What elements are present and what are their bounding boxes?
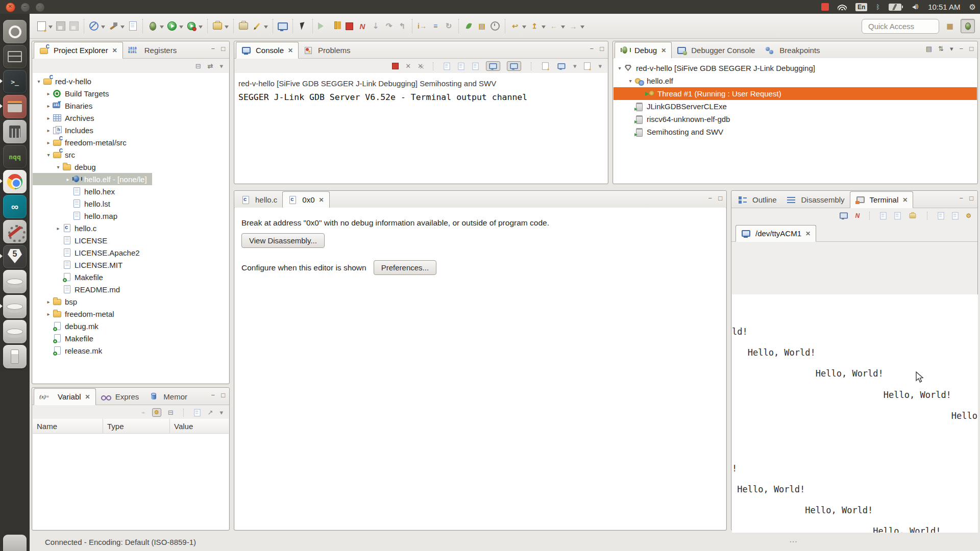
window-maximize-button[interactable] xyxy=(35,3,45,12)
next-annotation-button[interactable]: ↥ xyxy=(528,20,541,32)
tree-row[interactable]: hello.hex xyxy=(33,185,229,197)
minimize-view-icon[interactable]: − xyxy=(708,194,713,202)
terminate-icon[interactable] xyxy=(392,63,399,69)
step-return-button[interactable]: ↰ xyxy=(396,20,408,32)
restart-button[interactable]: N xyxy=(356,20,369,32)
open-log-icon[interactable] xyxy=(541,61,550,71)
battery-icon[interactable] xyxy=(889,4,901,11)
window-close-button[interactable] xyxy=(6,3,15,12)
volume-icon[interactable] xyxy=(910,4,919,11)
tree-row[interactable]: ▸ freedom-metal xyxy=(33,308,229,320)
skip-breakpoints-dropdown-icon[interactable] xyxy=(101,26,105,31)
launcher-item-terminal[interactable]: >_ xyxy=(3,70,27,93)
tree-row[interactable]: ▸ hello.elf - [none/le] xyxy=(33,173,152,185)
tree-row[interactable]: LICENSE.Apache2 xyxy=(33,246,229,259)
minimize-view-icon[interactable]: − xyxy=(960,194,964,202)
tab-debug[interactable]: Debug ✕ xyxy=(615,42,672,59)
close-icon[interactable]: ✕ xyxy=(112,47,117,54)
tab-dev-ttyacm1[interactable]: /dev/ttyACM1 ✕ xyxy=(736,225,816,242)
tab-disassembly[interactable]: Disassembly xyxy=(782,192,850,208)
disconnect-icon[interactable]: ⚙ xyxy=(966,212,971,219)
clock[interactable]: 10:51 AM xyxy=(928,3,960,11)
maximize-view-icon[interactable]: □ xyxy=(969,45,973,53)
show-console-on-output-icon[interactable] xyxy=(486,61,500,71)
tree-row[interactable]: README.md xyxy=(33,283,229,295)
suspend-button[interactable] xyxy=(330,20,342,32)
tree-row[interactable]: ▸ Archives xyxy=(33,112,229,124)
tree-row[interactable]: hello.map xyxy=(33,210,229,222)
quick-access-input[interactable]: Quick Access xyxy=(862,19,939,34)
instruction-stepping-button[interactable]: i→ xyxy=(416,20,428,32)
word-wrap-icon[interactable] xyxy=(472,62,479,71)
tab-problems[interactable]: Problems xyxy=(299,42,355,58)
external-tools-button[interactable] xyxy=(211,20,224,32)
history-button[interactable] xyxy=(489,20,501,32)
build-all-button[interactable] xyxy=(127,20,139,32)
save-button[interactable] xyxy=(55,20,67,32)
launcher-item-disk-3[interactable] xyxy=(3,320,27,343)
launcher-item-notepadqq[interactable]: nqq xyxy=(3,145,27,168)
launcher-item-build-tools[interactable] xyxy=(3,220,27,243)
launcher-item-ubuntu-dash[interactable] xyxy=(3,20,27,43)
annotation-dropdown-icon[interactable] xyxy=(542,26,546,31)
minimize-view-icon[interactable]: − xyxy=(211,45,215,53)
run-button[interactable] xyxy=(166,20,178,32)
tree-row[interactable]: Makefile xyxy=(33,271,229,283)
open-console-dropdown-icon[interactable]: ▾ xyxy=(598,62,602,70)
search-button[interactable] xyxy=(251,20,263,32)
launcher-item-usb-drive[interactable] xyxy=(3,345,27,368)
step-into-button[interactable]: ⇣ xyxy=(370,20,382,32)
show-type-names-icon[interactable]: ⌁ xyxy=(141,409,145,416)
launcher-item-trash[interactable] xyxy=(3,535,27,551)
tab-memory[interactable]: Memor xyxy=(144,389,192,405)
launcher-item-arduino[interactable]: ∞ xyxy=(3,195,27,218)
launcher-item-chrome[interactable] xyxy=(3,170,27,193)
close-icon[interactable]: ✕ xyxy=(288,47,293,54)
copy-icon[interactable] xyxy=(879,211,887,220)
scroll-lock-icon[interactable]: N xyxy=(855,212,860,219)
debug-button[interactable] xyxy=(146,20,159,32)
launcher-item-calculator[interactable] xyxy=(3,120,27,143)
maximize-view-icon[interactable]: □ xyxy=(600,45,604,53)
add-watchpoint-icon[interactable] xyxy=(193,408,201,417)
show-logical-structure-icon[interactable]: ⚙ xyxy=(152,408,161,417)
minimize-view-icon[interactable]: − xyxy=(590,45,594,53)
tree-row[interactable]: ▸ Binaries xyxy=(33,99,229,112)
pin-console-icon[interactable] xyxy=(507,61,521,71)
tree-row[interactable]: ▸ freedom-metal/src xyxy=(33,136,229,148)
close-icon[interactable]: ✕ xyxy=(85,393,90,400)
tab-breakpoints[interactable]: Breakpoints xyxy=(760,42,825,58)
paste-icon[interactable] xyxy=(937,211,945,220)
minimize-view-icon[interactable]: − xyxy=(960,45,964,53)
tree-row[interactable]: LICENSE.MIT xyxy=(33,259,229,271)
tab-0x0[interactable]: 0x0 ✕ xyxy=(282,191,329,208)
tree-row[interactable]: ▸ hello.c xyxy=(33,222,229,234)
last-edit-button[interactable]: ↩ xyxy=(509,20,521,32)
forward-dropdown-icon[interactable] xyxy=(580,26,584,31)
tab-hello-c[interactable]: hello.c xyxy=(236,192,282,208)
tab-variables[interactable]: Variabl ✕ xyxy=(34,388,96,405)
tab-terminal[interactable]: Terminal ✕ xyxy=(850,191,914,208)
export-icon[interactable]: ↗ xyxy=(208,409,213,416)
view-disassembly-button[interactable]: View Disassembly... xyxy=(241,233,325,248)
collapse-all-icon[interactable]: ⊟ xyxy=(195,62,201,70)
search-dropdown-icon[interactable] xyxy=(264,26,268,31)
debug-tree-row[interactable]: ▾ hello.elf xyxy=(614,74,977,87)
tab-project-explorer[interactable]: Project Explorer ✕ xyxy=(34,42,123,59)
tab-outline[interactable]: Outline xyxy=(733,192,782,208)
debug-perspective-button[interactable] xyxy=(961,19,975,33)
remove-all-terminated-icon[interactable]: ✕ xyxy=(418,62,423,70)
terminate-button[interactable] xyxy=(343,20,355,32)
session-gear-icon[interactable]: ⚙ xyxy=(969,3,976,12)
tree-row[interactable]: ▾ red-v-hello xyxy=(33,75,229,87)
tree-row[interactable]: ▸ Build Targets xyxy=(33,87,229,99)
tab-registers[interactable]: Registers xyxy=(123,42,182,58)
launcher-item-disk-1[interactable] xyxy=(3,270,27,293)
tree-row[interactable]: release.mk xyxy=(33,344,229,357)
back-dropdown-icon[interactable] xyxy=(561,26,565,31)
column-name[interactable]: Name xyxy=(33,419,103,433)
clear-console-icon[interactable] xyxy=(443,62,451,71)
tab-debugger-console[interactable]: Debugger Console xyxy=(672,42,760,58)
build-button[interactable] xyxy=(107,20,119,32)
close-icon[interactable]: ✕ xyxy=(661,47,666,54)
